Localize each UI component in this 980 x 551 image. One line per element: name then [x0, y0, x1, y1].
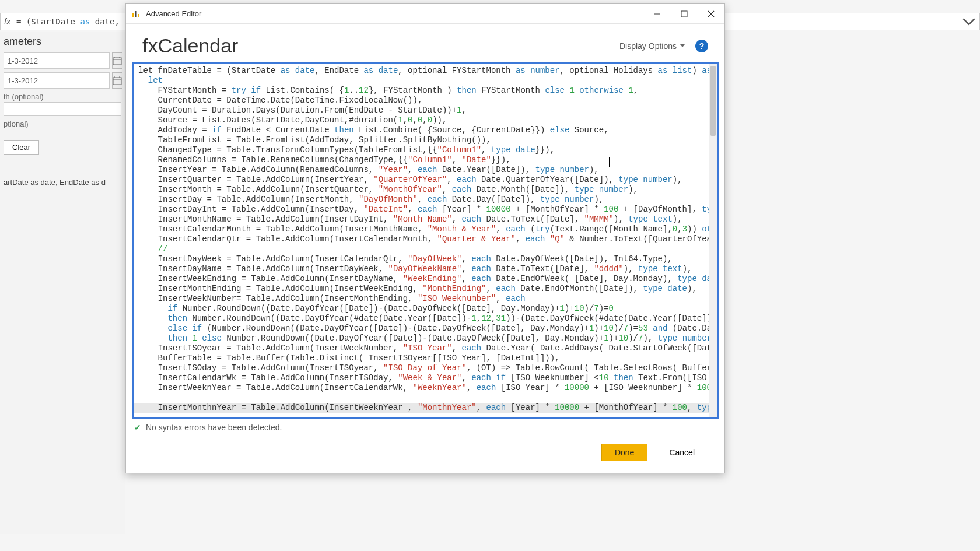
clear-button[interactable]: Clear — [4, 140, 39, 155]
function-signature: artDate as date, EndDate as d — [4, 178, 121, 187]
optional-label-1: th (optional) — [4, 92, 121, 101]
code-text[interactable]: let fnDateTable = (StartDate as date, En… — [134, 64, 709, 417]
end-date-input[interactable] — [4, 72, 110, 89]
svg-rect-12 — [681, 11, 687, 17]
window-title: Advanced Editor — [146, 9, 201, 18]
advanced-editor-window: Advanced Editor fxCalendar Display Optio… — [125, 3, 725, 473]
svg-rect-10 — [138, 14, 139, 17]
formula-expand-icon[interactable] — [962, 15, 976, 29]
optional-label-2: ptional) — [4, 120, 121, 128]
parameters-heading: ameters — [4, 36, 121, 48]
maximize-button[interactable] — [671, 4, 698, 24]
cancel-button[interactable]: Cancel — [656, 444, 708, 461]
syntax-status: ✓ No syntax errors have been detected. — [126, 419, 724, 434]
display-options-dropdown[interactable]: Display Options — [620, 41, 685, 51]
svg-rect-4 — [113, 78, 121, 85]
minimize-button[interactable] — [644, 4, 671, 24]
optional-input-1[interactable] — [4, 102, 121, 116]
text-cursor — [609, 157, 610, 167]
done-button[interactable]: Done — [601, 444, 648, 461]
calendar-icon[interactable] — [112, 52, 123, 69]
formula-text: = (StartDate as date, En — [16, 17, 134, 26]
app-icon — [126, 9, 146, 19]
status-text: No syntax errors have been detected. — [146, 423, 282, 432]
check-icon: ✓ — [134, 423, 141, 432]
fx-label: fx — [4, 17, 10, 26]
calendar-icon[interactable] — [112, 72, 123, 89]
code-editor[interactable]: let fnDateTable = (StartDate as date, En… — [132, 62, 719, 419]
query-name: fxCalendar — [142, 34, 238, 57]
scrollbar-thumb[interactable] — [710, 66, 716, 136]
vertical-scrollbar[interactable] — [709, 64, 717, 417]
start-date-input[interactable] — [4, 52, 110, 69]
svg-rect-9 — [135, 11, 137, 17]
help-icon[interactable]: ? — [695, 40, 708, 52]
parameters-panel: ameters th (optional) ptional) Clear art… — [0, 32, 125, 534]
close-button[interactable] — [698, 4, 724, 24]
titlebar: Advanced Editor — [126, 4, 724, 24]
svg-rect-0 — [113, 58, 121, 65]
chevron-down-icon — [680, 44, 685, 47]
svg-rect-8 — [132, 13, 134, 17]
display-options-label: Display Options — [620, 41, 677, 51]
